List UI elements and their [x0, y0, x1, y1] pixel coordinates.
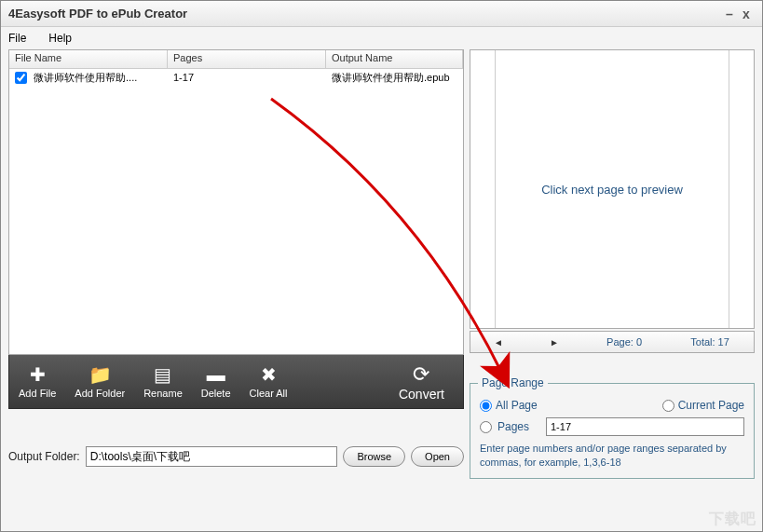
titlebar: 4Easysoft PDF to ePub Creator – x	[1, 1, 762, 27]
rename-button[interactable]: ▤ Rename	[134, 361, 192, 402]
all-page-label: All Page	[496, 399, 538, 412]
window-title: 4Easysoft PDF to ePub Creator	[8, 7, 187, 20]
toolbar: ✚ Add File 📁 Add Folder ▤ Rename ▬ Delet…	[8, 355, 464, 409]
pages-label: Pages	[497, 420, 540, 433]
table-row[interactable]: 微讲师软件使用帮助.... 1-17 微讲师软件使用帮助.epub	[9, 69, 463, 86]
row-pages: 1-17	[168, 72, 326, 83]
all-page-radio[interactable]	[480, 400, 492, 412]
table-header: File Name Pages Output Name	[9, 50, 463, 69]
col-header-output[interactable]: Output Name	[326, 50, 463, 68]
current-page-label: Current Page	[678, 399, 744, 412]
next-page-button[interactable]: ►	[526, 337, 582, 348]
watermark: 下载吧	[709, 510, 756, 529]
pages-input[interactable]	[546, 417, 744, 436]
list-icon: ▤	[154, 365, 171, 386]
current-page-radio[interactable]	[662, 400, 674, 412]
preview-pane: Click next page to preview	[470, 49, 755, 329]
page-range-group: Page Range All Page Current Page Pages	[470, 383, 755, 479]
pager: ◄ ► Page: 0 Total: 17	[470, 331, 755, 353]
row-filename: 微讲师软件使用帮助....	[34, 72, 137, 83]
add-file-button[interactable]: ✚ Add File	[9, 361, 65, 402]
page-total: Total: 17	[690, 336, 729, 348]
file-table: File Name Pages Output Name 微讲师软件使用帮助...…	[8, 49, 464, 355]
clear-all-button[interactable]: ✖ Clear All	[240, 361, 297, 402]
close-button[interactable]: x	[738, 7, 755, 21]
folder-plus-icon: 📁	[89, 365, 112, 386]
preview-placeholder[interactable]: Click next page to preview	[495, 50, 729, 328]
app-window: 4Easysoft PDF to ePub Creator – x File H…	[0, 0, 763, 532]
browse-button[interactable]: Browse	[343, 446, 405, 467]
menu-file[interactable]: File	[8, 32, 26, 45]
output-folder-label: Output Folder:	[8, 450, 80, 463]
delete-button[interactable]: ▬ Delete	[192, 361, 240, 402]
page-range-legend: Page Range	[478, 376, 548, 389]
minus-icon: ▬	[207, 365, 225, 386]
menu-help[interactable]: Help	[48, 32, 72, 45]
page-number: Page: 0	[606, 336, 642, 348]
page-range-hint: Enter page numbers and/or page ranges se…	[480, 442, 744, 471]
output-folder-row: Output Folder: Browse Open	[8, 446, 464, 467]
col-header-filename[interactable]: File Name	[9, 50, 168, 68]
convert-button[interactable]: ⟳ Convert	[380, 359, 463, 405]
pages-radio[interactable]	[480, 421, 492, 433]
prev-page-button[interactable]: ◄	[470, 337, 526, 348]
open-button[interactable]: Open	[411, 446, 464, 467]
row-output: 微讲师软件使用帮助.epub	[326, 71, 463, 85]
plus-icon: ✚	[30, 365, 46, 386]
minimize-button[interactable]: –	[721, 7, 738, 21]
x-icon: ✖	[261, 365, 277, 386]
row-checkbox[interactable]	[15, 72, 27, 84]
menubar: File Help	[1, 27, 762, 49]
output-folder-input[interactable]	[86, 446, 338, 467]
col-header-pages[interactable]: Pages	[168, 50, 326, 68]
add-folder-button[interactable]: 📁 Add Folder	[65, 361, 134, 402]
refresh-icon: ⟳	[413, 362, 429, 387]
